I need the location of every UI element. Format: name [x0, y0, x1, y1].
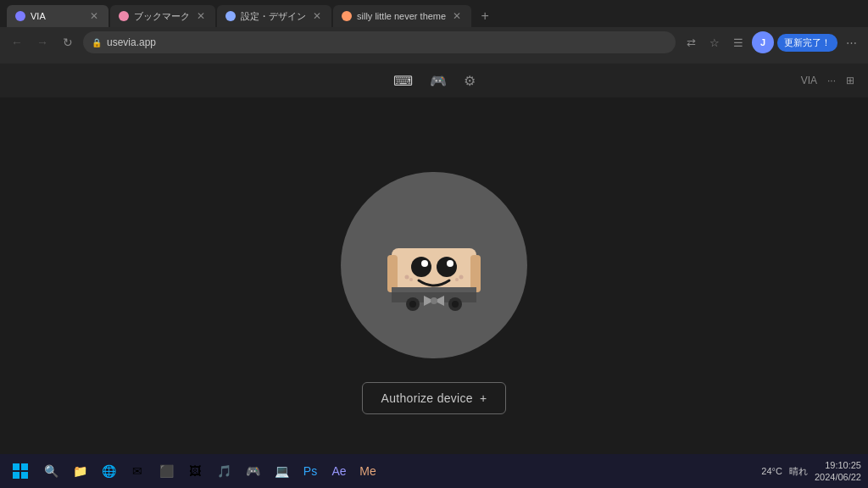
plus-icon: + — [480, 391, 487, 405]
toolbar-right: VIA ··· ⊞ — [801, 75, 854, 86]
update-button[interactable]: 更新完了！ — [777, 34, 837, 52]
translate-icon[interactable]: ⇄ — [681, 32, 701, 53]
svg-point-10 — [409, 278, 413, 281]
tab-close-bookmarks[interactable]: ✕ — [195, 10, 207, 22]
svg-rect-23 — [21, 472, 28, 479]
toolbar-label-via: VIA — [801, 75, 817, 86]
taskbar-explorer-icon[interactable]: 📁 — [66, 458, 93, 485]
tab-close-settings[interactable]: ✕ — [311, 10, 323, 22]
svg-point-8 — [447, 260, 453, 267]
mascot-circle — [341, 172, 527, 358]
tab-icon-settings — [225, 11, 236, 21]
svg-point-6 — [437, 257, 457, 277]
tab-label-via: VIA — [31, 11, 83, 21]
taskbar-time-display: 19:10:25 — [815, 459, 861, 471]
taskbar-date-display: 2024/06/22 — [815, 471, 861, 483]
svg-point-11 — [459, 274, 464, 279]
svg-rect-21 — [21, 463, 28, 470]
taskbar-ae-icon[interactable]: Ae — [326, 458, 353, 485]
star-icon[interactable]: ☆ — [704, 32, 725, 53]
tab-label-silly: silly little never theme — [357, 11, 446, 21]
tab-bar: VIA ✕ ブックマーク ✕ 設定・デザイン ✕ silly little ne… — [0, 0, 868, 27]
tab-bookmarks[interactable]: ブックマーク ✕ — [110, 5, 215, 27]
main-content: Authorize device + — [0, 97, 868, 488]
lock-icon: 🔒 — [92, 38, 102, 47]
collections-icon[interactable]: ☰ — [728, 32, 748, 53]
svg-rect-22 — [13, 472, 19, 479]
nav-bar: ← → ↻ 🔒 usevia.app ⇄ ☆ ☰ J 更新完了！ ⋯ — [0, 27, 868, 58]
toolbar-center: ⌨ 🎮 ⚙ — [393, 64, 476, 97]
reload-button[interactable]: ↻ — [58, 32, 78, 53]
taskbar-search-icon[interactable]: 🔍 — [37, 458, 64, 485]
svg-point-17 — [409, 301, 416, 308]
svg-point-19 — [452, 301, 459, 308]
taskbar-icons: 🔍 📁 🌐 ✉ ⬛ 🖼 🎵 🎮 💻 Ps Ae Me — [37, 458, 758, 485]
keyboard-icon[interactable]: ⌨ — [393, 73, 413, 89]
windows-logo-icon — [13, 463, 28, 479]
tab-icon-silly — [342, 11, 352, 21]
svg-point-12 — [455, 278, 459, 281]
address-bar[interactable]: 🔒 usevia.app — [83, 31, 676, 53]
taskbar: 🔍 📁 🌐 ✉ ⬛ 🖼 🎵 🎮 💻 Ps Ae Me 24°C 晴れ 19:10… — [0, 454, 868, 488]
authorize-device-button[interactable]: Authorize device + — [362, 382, 507, 414]
gamepad-icon[interactable]: 🎮 — [430, 73, 447, 89]
authorize-label: Authorize device — [381, 391, 473, 405]
svg-point-7 — [421, 260, 428, 267]
start-button[interactable] — [7, 458, 34, 485]
svg-point-5 — [411, 257, 431, 277]
toolbar-label-dots[interactable]: ··· — [827, 75, 836, 86]
taskbar-me-icon[interactable]: Me — [354, 458, 381, 485]
new-tab-button[interactable]: + — [473, 5, 497, 27]
svg-point-9 — [405, 274, 409, 279]
mascot-illustration — [375, 206, 493, 324]
toolbar-label-grid[interactable]: ⊞ — [846, 75, 854, 86]
tab-close-silly[interactable]: ✕ — [451, 10, 463, 22]
address-text: usevia.app — [107, 36, 156, 48]
tab-settings[interactable]: 設定・デザイン ✕ — [217, 5, 331, 27]
taskbar-ps-icon[interactable]: Ps — [297, 458, 324, 485]
taskbar-edge-icon[interactable]: 🌐 — [95, 458, 122, 485]
svg-rect-20 — [13, 463, 19, 470]
tab-icon-bookmarks — [119, 11, 129, 21]
svg-rect-2 — [470, 255, 481, 292]
forward-button[interactable]: → — [32, 32, 53, 53]
tab-close-via[interactable]: ✕ — [88, 10, 100, 22]
taskbar-weather-label: 晴れ — [789, 465, 808, 478]
taskbar-steam-icon[interactable]: 🎮 — [239, 458, 266, 485]
taskbar-spotify-icon[interactable]: 🎵 — [210, 458, 237, 485]
toolbar-row: ⌨ 🎮 ⚙ VIA ··· ⊞ — [0, 64, 868, 97]
back-button[interactable]: ← — [7, 32, 27, 53]
settings-icon[interactable]: ⚙ — [464, 73, 476, 89]
svg-rect-1 — [387, 255, 398, 292]
tab-silly[interactable]: silly little never theme ✕ — [333, 5, 471, 27]
taskbar-weather: 24°C — [761, 466, 782, 476]
browser-chrome: VIA ✕ ブックマーク ✕ 設定・デザイン ✕ silly little ne… — [0, 0, 868, 64]
taskbar-photos-icon[interactable]: 🖼 — [181, 458, 209, 485]
tab-icon-via — [15, 11, 25, 21]
taskbar-terminal-icon[interactable]: ⬛ — [153, 458, 180, 485]
profile-button[interactable]: J — [752, 31, 774, 53]
menu-button[interactable]: ⋯ — [841, 32, 861, 53]
taskbar-clock: 19:10:25 2024/06/22 — [815, 459, 861, 484]
taskbar-mail-icon[interactable]: ✉ — [124, 458, 151, 485]
tab-label-bookmarks: ブックマーク — [134, 10, 190, 23]
tab-via[interactable]: VIA ✕ — [7, 5, 108, 27]
taskbar-dev-icon[interactable]: 💻 — [268, 458, 295, 485]
nav-actions: ⇄ ☆ ☰ J 更新完了！ ⋯ — [681, 31, 861, 53]
svg-point-15 — [431, 297, 437, 304]
taskbar-right: 24°C 晴れ 19:10:25 2024/06/22 — [761, 459, 861, 484]
tab-label-settings: 設定・デザイン — [241, 10, 306, 23]
